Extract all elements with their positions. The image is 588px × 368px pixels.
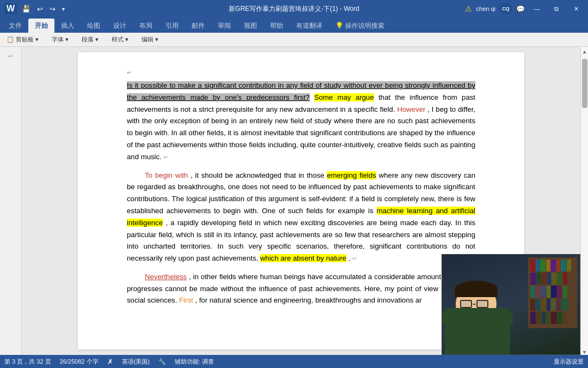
person-shoulders bbox=[442, 308, 513, 324]
tab-search[interactable]: 💡 操作说明搜索 bbox=[329, 19, 391, 33]
customize-icon[interactable]: ▾ bbox=[60, 5, 66, 13]
book-3 bbox=[540, 260, 546, 272]
tab-design[interactable]: 设计 bbox=[107, 19, 133, 33]
page-info[interactable]: 第 3 页，共 32 页 bbox=[4, 358, 51, 366]
scroll-up-arrow[interactable]: ▲ bbox=[582, 49, 587, 55]
ribbon-toolbar: 📋 剪贴板 ▾ 字体 ▾ 段落 ▾ 样式 ▾ 编辑 ▾ bbox=[0, 33, 588, 47]
p3-text2: , for natural science and engineering, b… bbox=[195, 296, 421, 304]
tab-help[interactable]: 帮助 bbox=[264, 19, 290, 33]
toolbar-clipboard[interactable]: 📋 剪贴板 ▾ bbox=[4, 34, 41, 45]
tab-view[interactable]: 视图 bbox=[237, 19, 264, 33]
title-bar: W 💾 ↩ ↪ ▾ 新GRE写作暴力刷题营琦叔讲义-下(1) - Word ⚠ … bbox=[0, 0, 588, 17]
book-22 bbox=[562, 286, 567, 298]
book-2 bbox=[536, 260, 540, 272]
book-26 bbox=[547, 299, 550, 311]
close-button[interactable]: ✕ bbox=[568, 3, 584, 14]
book-1 bbox=[530, 260, 535, 272]
book-36 bbox=[563, 312, 567, 324]
word-count[interactable]: 26/25082 个字 bbox=[60, 358, 99, 366]
title-bar-right: ⚠ chen qi CQ 💬 — ⧉ ✕ bbox=[465, 3, 584, 15]
chevron-down-icon: ▾ bbox=[35, 36, 39, 43]
ribbon-tabs: 文件 开始 插入 绘图 设计 布局 引用 邮件 审阅 视图 帮助 有道翻译 💡 … bbox=[0, 17, 588, 33]
p1-text2: , I beg to differ, with the only excepti… bbox=[127, 105, 475, 161]
toolbar-editing[interactable]: 编辑 ▾ bbox=[139, 34, 161, 45]
book-8 bbox=[567, 260, 571, 272]
tab-draw[interactable]: 绘图 bbox=[81, 19, 107, 33]
p3-text1: , in other fields where human beings hav… bbox=[189, 273, 468, 281]
user-avatar[interactable]: CQ bbox=[500, 3, 512, 15]
save-icon[interactable]: 💾 bbox=[20, 4, 32, 14]
book-5 bbox=[551, 260, 556, 272]
title-bar-left: W 💾 ↩ ↪ ▾ bbox=[4, 3, 66, 14]
book-14 bbox=[558, 273, 562, 285]
display-settings[interactable]: 显示器设置 bbox=[554, 358, 584, 366]
book-row-1 bbox=[530, 260, 575, 272]
person-glasses bbox=[460, 300, 488, 308]
tab-references[interactable]: 引用 bbox=[159, 19, 185, 33]
book-row-2 bbox=[530, 273, 575, 285]
video-background bbox=[442, 255, 580, 354]
tab-file[interactable]: 文件 bbox=[2, 19, 28, 33]
warning-icon: ⚠ bbox=[465, 4, 472, 13]
paragraph-2: To begin with , it should be acknowledge… bbox=[127, 170, 475, 264]
book-12 bbox=[547, 273, 551, 285]
p1-para-mark: ↵ bbox=[163, 154, 168, 160]
p1-some-may-argue: Some may argue bbox=[314, 93, 374, 101]
book-18 bbox=[541, 286, 546, 298]
tab-youdao[interactable]: 有道翻译 bbox=[290, 19, 329, 33]
tab-insert[interactable]: 插入 bbox=[54, 19, 81, 33]
book-30 bbox=[530, 312, 536, 324]
person-hair bbox=[455, 281, 498, 297]
chevron-down-icon-font: ▾ bbox=[65, 36, 69, 43]
book-19 bbox=[547, 286, 550, 298]
toolbar-paragraph[interactable]: 段落 ▾ bbox=[79, 34, 101, 45]
left-ruler: ↵ bbox=[0, 47, 22, 355]
tab-layout[interactable]: 布局 bbox=[133, 19, 159, 33]
search-label[interactable]: 操作说明搜索 bbox=[345, 21, 384, 31]
chevron-down-icon-styles: ▾ bbox=[125, 36, 128, 43]
book-27 bbox=[551, 299, 556, 311]
paragraph-1: Is it possible to make a significant con… bbox=[127, 80, 475, 162]
book-11 bbox=[542, 273, 547, 285]
p3-first: First bbox=[179, 296, 193, 304]
clipboard-icon: 📋 bbox=[7, 36, 14, 43]
bookshelf bbox=[528, 257, 577, 328]
document-title: 新GRE写作暴力刷题营琦叔讲义-下(1) - Word bbox=[229, 4, 359, 14]
redo-icon[interactable]: ↪ bbox=[48, 4, 57, 14]
status-bar: 第 3 页，共 32 页 26/25082 个字 ✗ 英语(美国) 🔧 辅助功能… bbox=[0, 355, 588, 368]
chat-icon[interactable]: 💬 bbox=[516, 5, 525, 13]
book-9 bbox=[530, 273, 536, 285]
restore-button[interactable]: ⧉ bbox=[549, 3, 564, 14]
tab-mailings[interactable]: 邮件 bbox=[185, 19, 211, 33]
accessibility-icon: 🔧 bbox=[158, 358, 166, 365]
tab-home[interactable]: 开始 bbox=[28, 19, 54, 33]
toolbar-styles[interactable]: 样式 ▾ bbox=[109, 34, 131, 45]
book-16 bbox=[530, 286, 535, 298]
video-overlay bbox=[442, 254, 580, 355]
spell-check-icon[interactable]: ✗ bbox=[107, 358, 113, 366]
book-23 bbox=[530, 299, 535, 311]
book-10 bbox=[537, 273, 541, 285]
book-34 bbox=[551, 312, 557, 324]
tab-review[interactable]: 审阅 bbox=[211, 19, 237, 33]
minimize-button[interactable]: — bbox=[529, 3, 544, 14]
p2-absent: which are absent by nature bbox=[260, 254, 346, 262]
book-24 bbox=[536, 299, 540, 311]
undo-icon[interactable]: ↩ bbox=[35, 4, 45, 14]
accessibility-label[interactable]: 辅助功能: 调查 bbox=[175, 358, 214, 366]
main-area: ↵ ↵ Is it possible to make a significant… bbox=[0, 47, 588, 355]
title-bar-center: 新GRE写作暴力刷题营琦叔讲义-下(1) - Word bbox=[229, 4, 359, 14]
scroll-thumb[interactable] bbox=[582, 59, 587, 108]
scroll-down-arrow[interactable]: ▼ bbox=[582, 349, 587, 355]
toolbar-font[interactable]: 字体 ▾ bbox=[50, 34, 71, 45]
p2-to-begin-with: To begin with bbox=[145, 171, 188, 179]
chevron-down-icon-para: ▾ bbox=[95, 36, 99, 43]
book-29 bbox=[561, 299, 567, 311]
p2-emerging-fields: emerging fields bbox=[327, 171, 376, 179]
language[interactable]: 英语(美国) bbox=[122, 358, 150, 366]
book-32 bbox=[542, 312, 546, 324]
book-15 bbox=[563, 273, 567, 285]
p1-however: However bbox=[397, 105, 425, 113]
scrollbar[interactable]: ▲ ▼ bbox=[580, 47, 588, 355]
book-21 bbox=[558, 286, 562, 298]
